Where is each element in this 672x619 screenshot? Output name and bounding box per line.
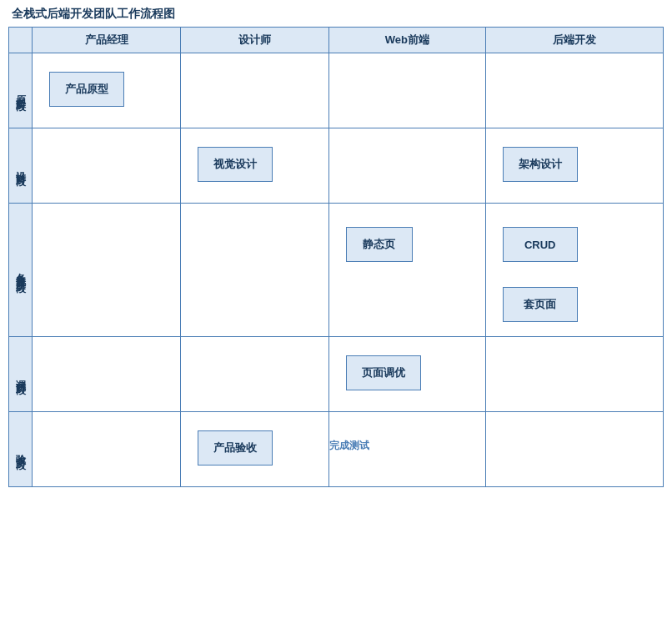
cell-pm-kaifa — [33, 204, 181, 337]
node-chanpin-yanshou: 产品验收 — [198, 430, 273, 466]
phase-label-kaifa: 各角色开发阶段 — [9, 204, 33, 337]
cell-pm-yanshou — [33, 412, 181, 487]
label-wancheng-ceshi: 完成测试 — [329, 439, 369, 453]
diagram-title: 全栈式后端开发团队工作流程图 — [8, 7, 664, 22]
phase-col-header — [9, 28, 33, 53]
node-crud: CRUD — [503, 227, 578, 262]
node-jingtaiye: 静态页 — [346, 227, 413, 262]
cell-backend-tiaoyou — [485, 337, 663, 412]
node-shijue-sheji: 视觉设计 — [198, 147, 273, 182]
cell-frontend-kaifa: 静态页 — [328, 204, 485, 337]
node-taoyemian: 套页面 — [503, 287, 578, 322]
cell-frontend-tiaoyou: 页面调优 — [328, 337, 485, 412]
phase-label-yanshou: 验收阶段 — [9, 412, 33, 487]
cell-designer-tiaoyou — [181, 337, 329, 412]
cell-backend-sheji: 架构设计 — [485, 128, 663, 204]
cell-pm-yuanxing: 产品原型 — [33, 53, 181, 128]
phase-label-tiaoyou: 调优阶段 — [9, 337, 33, 412]
cell-frontend-sheji — [328, 128, 485, 204]
cell-pm-tiaoyou — [33, 337, 181, 412]
col-header-frontend: Web前端 — [328, 28, 485, 53]
flow-diagram: 产品经理 设计师 Web前端 后端开发 原型阶段 产品原型 — [8, 27, 664, 487]
node-yemian-tiaoyou: 页面调优 — [346, 355, 421, 390]
cell-pm-sheji — [33, 128, 181, 204]
cell-frontend-yanshou: 完成测试 — [328, 412, 485, 487]
cell-backend-yuanxing — [485, 53, 663, 128]
cell-frontend-yuanxing — [328, 53, 485, 128]
col-header-designer: 设计师 — [181, 28, 329, 53]
cell-backend-yanshou — [485, 412, 663, 487]
phase-label-yuanxing: 原型阶段 — [9, 53, 33, 128]
cell-backend-kaifa: CRUD 套页面 — [485, 204, 663, 337]
cell-designer-yanshou: 产品验收 — [181, 412, 329, 487]
col-header-pm: 产品经理 — [33, 28, 181, 53]
col-header-backend: 后端开发 — [485, 28, 663, 53]
cell-designer-sheji: 视觉设计 — [181, 128, 329, 204]
cell-designer-yuanxing — [181, 53, 329, 128]
node-jiagou-sheji: 架构设计 — [503, 147, 578, 182]
phase-label-sheji: 设计阶段 — [9, 128, 33, 204]
node-chanpin-yuanxing: 产品原型 — [49, 72, 124, 107]
diagram-wrapper: 全栈式后端开发团队工作流程图 产品经理 设计师 Web前端 后端开发 原型阶段 — [0, 0, 672, 619]
cell-designer-kaifa — [181, 204, 329, 337]
